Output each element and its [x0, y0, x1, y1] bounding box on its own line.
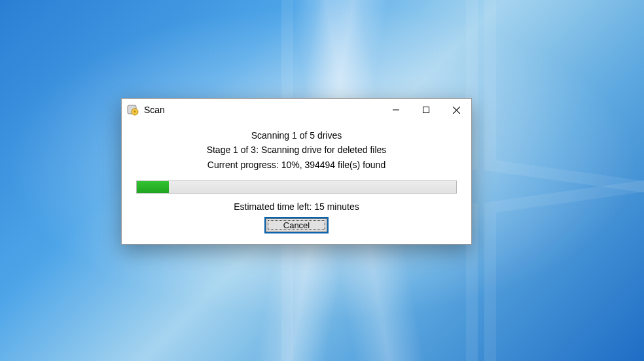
minimize-button[interactable] — [381, 99, 411, 121]
svg-rect-2 — [423, 107, 429, 113]
scanning-status: Scanning 1 of 5 drives — [136, 129, 457, 142]
cancel-button[interactable]: Cancel — [266, 218, 327, 232]
progress-fill — [137, 181, 169, 193]
progress-bar — [136, 180, 457, 194]
wallpaper-pane — [484, 0, 644, 196]
stage-status: Stage 1 of 3: Scanning drive for deleted… — [136, 143, 457, 156]
app-icon — [127, 104, 139, 116]
scan-dialog: Scan Scanning 1 of 5 drives Stage 1 of 3… — [121, 98, 472, 245]
wallpaper-pane — [484, 177, 644, 361]
eta-status: Estimated time left: 15 minutes — [136, 200, 457, 213]
window-title: Scan — [144, 105, 165, 115]
close-button[interactable] — [441, 99, 471, 121]
maximize-button[interactable] — [411, 99, 441, 121]
progress-status: Current progress: 10%, 394494 file(s) fo… — [136, 158, 457, 171]
titlebar[interactable]: Scan — [122, 99, 471, 121]
dialog-content: Scanning 1 of 5 drives Stage 1 of 3: Sca… — [122, 121, 471, 244]
